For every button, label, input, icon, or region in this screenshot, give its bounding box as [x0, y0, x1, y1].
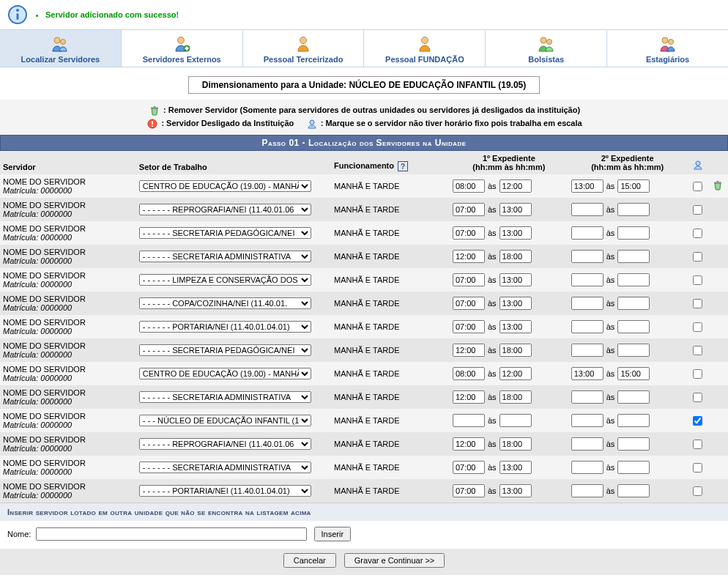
- exp2-inicio[interactable]: [571, 367, 603, 380]
- exp2-inicio[interactable]: [571, 250, 603, 263]
- setor-select[interactable]: - - - - - - SECRETARIA PEDAGÓGICA/NEI: [139, 227, 311, 239]
- exp2-fim[interactable]: [617, 297, 650, 310]
- servidor-nome: NOME DO SERVIDOR: [3, 271, 133, 280]
- exp2-inicio[interactable]: [571, 437, 603, 451]
- escala-checkbox[interactable]: [693, 416, 702, 426]
- setor-select[interactable]: - - - - - - LIMPEZA E CONSERVAÇÃO DOS: [139, 274, 311, 286]
- setor-select[interactable]: - - - - - - SECRETARIA PEDAGÓGICA/NEI: [139, 344, 311, 356]
- setor-select[interactable]: - - - - - - COPA/COZINHA/NEI (11.40.01.: [139, 297, 311, 309]
- exp2-inicio[interactable]: [571, 414, 603, 427]
- col-funcionamento: Funcionamento ?: [331, 151, 450, 174]
- save-continue-button[interactable]: Gravar e Continuar >>: [344, 553, 445, 568]
- exp1-inicio[interactable]: [453, 226, 485, 240]
- exp2-inicio[interactable]: [571, 226, 603, 240]
- setor-select[interactable]: - - - - - - SECRETARIA ADMINISTRATIVA: [139, 462, 311, 473]
- tab-4[interactable]: Bolsistas: [486, 30, 607, 67]
- exp2-inicio[interactable]: [571, 484, 603, 497]
- escala-checkbox[interactable]: [693, 346, 702, 355]
- setor-select[interactable]: - - - - - - REPROGRAFIA/NEI (11.40.01.06: [139, 438, 311, 450]
- exp2-fim[interactable]: [617, 320, 650, 333]
- escala-checkbox[interactable]: [693, 369, 702, 379]
- help-icon[interactable]: ?: [398, 161, 408, 171]
- escala-checkbox[interactable]: [693, 440, 702, 449]
- exp1-fim[interactable]: [499, 297, 532, 310]
- setor-select[interactable]: - - - - - - SECRETARIA ADMINISTRATIVA: [139, 251, 311, 262]
- escala-checkbox[interactable]: [693, 486, 702, 496]
- exp1-inicio[interactable]: [453, 344, 485, 357]
- exp2-fim[interactable]: [617, 273, 650, 286]
- exp2-fim[interactable]: [617, 250, 650, 263]
- exp1-inicio[interactable]: [453, 390, 485, 404]
- exp2-fim[interactable]: [617, 203, 650, 216]
- escala-checkbox[interactable]: [693, 205, 702, 215]
- tab-3[interactable]: Pessoal FUNDAÇÃO: [364, 30, 486, 67]
- exp2-fim[interactable]: [617, 484, 650, 497]
- exp2-inicio[interactable]: [571, 179, 603, 193]
- exp1-inicio[interactable]: [453, 367, 485, 380]
- insert-button[interactable]: Inserir: [314, 527, 352, 541]
- exp2-inicio[interactable]: [571, 390, 603, 404]
- exp2-inicio[interactable]: [571, 273, 603, 286]
- remove-row-button[interactable]: [713, 180, 723, 190]
- escala-checkbox[interactable]: [693, 252, 702, 262]
- exp1-fim[interactable]: [499, 367, 532, 380]
- funcionamento: MANHÃ E TARDE: [331, 221, 450, 245]
- exp1-inicio[interactable]: [453, 297, 485, 310]
- setor-select[interactable]: - - - - - - PORTARIA/NEI (11.40.01.04.01…: [139, 485, 311, 497]
- tab-1[interactable]: Servidores Externos: [122, 30, 243, 67]
- exp1-fim[interactable]: [499, 437, 532, 451]
- exp1-inicio[interactable]: [453, 179, 485, 193]
- exp2-fim[interactable]: [617, 344, 650, 357]
- exp1-inicio[interactable]: [453, 273, 485, 286]
- escala-checkbox[interactable]: [693, 229, 702, 238]
- exp2-inicio[interactable]: [571, 297, 603, 310]
- exp2-inicio[interactable]: [571, 320, 603, 333]
- cancel-button[interactable]: Cancelar: [283, 553, 336, 568]
- exp2-fim[interactable]: [617, 414, 650, 427]
- exp2-fim[interactable]: [617, 179, 650, 193]
- exp1-fim[interactable]: [499, 226, 532, 240]
- setor-select[interactable]: - - - NÚCLEO DE EDUCAÇÃO INFANTIL (1: [139, 415, 311, 426]
- exp1-inicio[interactable]: [453, 320, 485, 333]
- setor-select[interactable]: - - - - - - PORTARIA/NEI (11.40.01.04.01…: [139, 321, 311, 333]
- exp1-fim[interactable]: [499, 203, 532, 216]
- exp1-fim[interactable]: [499, 484, 532, 497]
- exp1-fim[interactable]: [499, 320, 532, 333]
- setor-select[interactable]: - - - - - - SECRETARIA ADMINISTRATIVA: [139, 391, 311, 403]
- exp2-fim[interactable]: [617, 437, 650, 451]
- exp1-inicio[interactable]: [453, 250, 485, 263]
- exp1-inicio[interactable]: [453, 203, 485, 216]
- escala-checkbox[interactable]: [693, 393, 702, 402]
- exp1-fim[interactable]: [499, 250, 532, 263]
- exp2-fim[interactable]: [617, 461, 650, 474]
- svg-rect-13: [151, 108, 158, 109]
- insert-name-input[interactable]: [36, 527, 307, 541]
- exp1-inicio[interactable]: [453, 461, 485, 474]
- exp2-fim[interactable]: [617, 226, 650, 240]
- exp2-inicio[interactable]: [571, 203, 603, 216]
- escala-checkbox[interactable]: [693, 275, 702, 285]
- escala-checkbox[interactable]: [693, 463, 702, 473]
- setor-select[interactable]: CENTRO DE EDUCAÇÃO (19.00) - MANHÃ: [139, 368, 311, 379]
- exp2-inicio[interactable]: [571, 344, 603, 357]
- setor-select[interactable]: CENTRO DE EDUCAÇÃO (19.00) - MANHÃ: [139, 180, 311, 192]
- tab-2[interactable]: Pessoal Terceirizado: [243, 30, 365, 67]
- tab-0[interactable]: Localizar Servidores: [0, 30, 122, 67]
- exp1-fim[interactable]: [499, 414, 532, 427]
- exp1-fim[interactable]: [499, 273, 532, 286]
- exp1-inicio[interactable]: [453, 437, 485, 451]
- exp2-fim[interactable]: [617, 367, 650, 380]
- setor-select[interactable]: - - - - - - REPROGRAFIA/NEI (11.40.01.06: [139, 204, 311, 215]
- exp2-inicio[interactable]: [571, 461, 603, 474]
- exp1-fim[interactable]: [499, 344, 532, 357]
- exp1-fim[interactable]: [499, 461, 532, 474]
- exp1-inicio[interactable]: [453, 484, 485, 497]
- escala-checkbox[interactable]: [693, 322, 702, 332]
- exp1-inicio[interactable]: [453, 414, 485, 427]
- exp1-fim[interactable]: [499, 390, 532, 404]
- escala-checkbox[interactable]: [693, 182, 702, 191]
- exp2-fim[interactable]: [617, 390, 650, 404]
- exp1-fim[interactable]: [499, 179, 532, 193]
- escala-checkbox[interactable]: [693, 299, 702, 308]
- tab-5[interactable]: Estagiários: [607, 30, 728, 67]
